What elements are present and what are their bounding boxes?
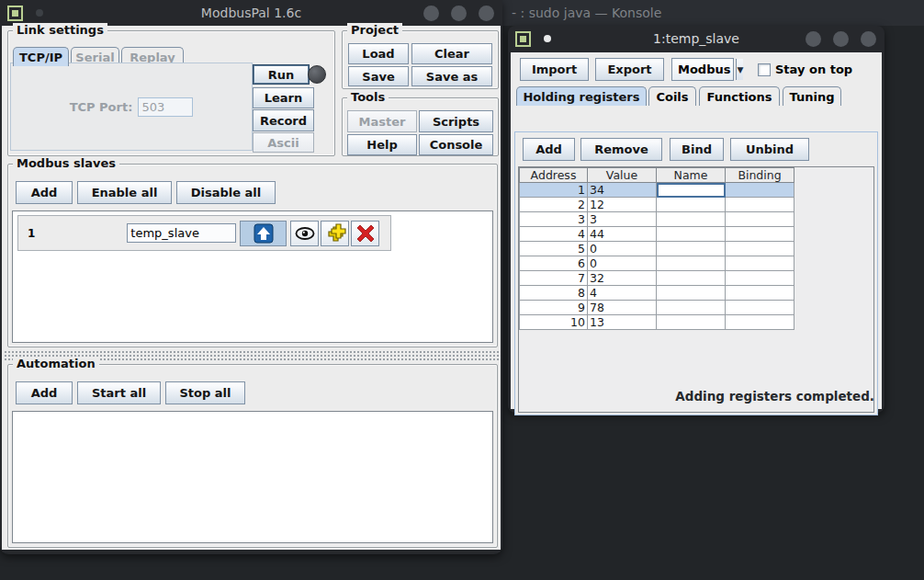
- export-button[interactable]: Export: [595, 58, 664, 81]
- binding-cell[interactable]: [726, 212, 794, 227]
- learn-button[interactable]: Learn: [253, 87, 314, 108]
- table-row[interactable]: 33: [519, 212, 794, 227]
- address-header[interactable]: Address: [519, 167, 588, 183]
- value-cell[interactable]: 3: [588, 212, 657, 227]
- table-row[interactable]: 212: [519, 198, 794, 212]
- stop-all-button[interactable]: Stop all: [165, 381, 245, 404]
- name-cell[interactable]: [657, 301, 726, 315]
- value-header[interactable]: Value: [588, 167, 657, 183]
- clear-button[interactable]: Clear: [411, 43, 492, 64]
- value-cell[interactable]: 13: [588, 315, 657, 330]
- register-bind-button[interactable]: Bind: [670, 138, 724, 161]
- name-cell[interactable]: [657, 271, 726, 286]
- name-cell[interactable]: [657, 315, 726, 330]
- value-cell[interactable]: 4: [588, 286, 657, 301]
- register-unbind-button[interactable]: Unbind: [730, 138, 809, 161]
- binding-cell[interactable]: [726, 301, 794, 315]
- titlebar-button-close[interactable]: [861, 31, 876, 47]
- register-add-button[interactable]: Add: [523, 138, 575, 161]
- address-cell[interactable]: 4: [519, 227, 588, 242]
- master-button[interactable]: Master: [347, 110, 417, 132]
- enable-all-button[interactable]: Enable all: [77, 181, 172, 204]
- import-button[interactable]: Import: [520, 58, 589, 81]
- help-button[interactable]: Help: [347, 134, 417, 155]
- value-cell[interactable]: 12: [588, 198, 657, 212]
- binding-cell[interactable]: [726, 198, 794, 212]
- binding-cell[interactable]: [726, 271, 794, 286]
- value-cell[interactable]: 78: [588, 301, 657, 315]
- titlebar-button-close[interactable]: [479, 6, 494, 21]
- name-cell[interactable]: [657, 198, 726, 212]
- address-cell[interactable]: 1: [519, 183, 588, 198]
- disable-all-button[interactable]: Disable all: [176, 181, 276, 204]
- address-cell[interactable]: 5: [519, 242, 588, 256]
- load-button[interactable]: Load: [348, 43, 409, 64]
- address-cell[interactable]: 6: [519, 256, 588, 271]
- slave-row[interactable]: 1: [17, 215, 391, 251]
- titlebar-button-maximize[interactable]: [451, 6, 467, 21]
- binding-cell[interactable]: [726, 256, 794, 271]
- table-row[interactable]: 732: [519, 271, 794, 286]
- titlebar-button-minimize[interactable]: [806, 31, 821, 47]
- name-cell[interactable]: [657, 183, 726, 198]
- ascii-button[interactable]: Ascii: [253, 132, 314, 153]
- binding-cell[interactable]: [726, 183, 794, 198]
- address-cell[interactable]: 10: [519, 315, 588, 330]
- tab-functions[interactable]: Functions: [699, 86, 780, 106]
- name-cell[interactable]: [657, 256, 726, 271]
- binding-cell[interactable]: [726, 227, 794, 242]
- run-button[interactable]: Run: [253, 64, 310, 85]
- record-button[interactable]: Record: [253, 109, 314, 131]
- address-cell[interactable]: 9: [519, 301, 588, 315]
- register-remove-button[interactable]: Remove: [580, 138, 662, 161]
- value-cell[interactable]: 44: [588, 227, 657, 242]
- save-as-button[interactable]: Save as: [411, 66, 492, 86]
- address-cell[interactable]: 8: [519, 286, 588, 301]
- save-button[interactable]: Save: [348, 66, 409, 86]
- binding-cell[interactable]: [726, 242, 794, 256]
- start-all-button[interactable]: Start all: [77, 381, 161, 404]
- slave-duplicate-button[interactable]: [321, 221, 349, 246]
- name-cell[interactable]: [657, 286, 726, 301]
- value-cell[interactable]: 32: [588, 271, 657, 286]
- address-cell[interactable]: 7: [519, 271, 588, 286]
- slave-titlebar[interactable]: 1:temp_slave: [508, 26, 885, 51]
- console-button[interactable]: Console: [419, 134, 493, 155]
- name-cell[interactable]: [657, 212, 726, 227]
- tab-holding-registers[interactable]: Holding registers: [516, 86, 647, 106]
- slave-enable-toggle[interactable]: [240, 221, 287, 246]
- table-row[interactable]: 60: [519, 256, 794, 271]
- automation-add-button[interactable]: Add: [16, 381, 73, 404]
- table-row[interactable]: 134: [519, 183, 794, 198]
- table-row[interactable]: 1013: [519, 315, 794, 330]
- titlebar-button-maximize[interactable]: [833, 31, 849, 47]
- table-row[interactable]: 50: [519, 242, 794, 256]
- slave-view-button[interactable]: [290, 221, 319, 246]
- value-cell[interactable]: 0: [588, 256, 657, 271]
- tab-tcpip[interactable]: TCP/IP: [13, 47, 69, 66]
- modbuspal-titlebar[interactable]: ModbusPal 1.6c: [0, 0, 502, 26]
- table-row[interactable]: 978: [519, 301, 794, 315]
- binding-cell[interactable]: [726, 286, 794, 301]
- slave-delete-button[interactable]: [351, 221, 379, 246]
- mode-combobox[interactable]: Modbus ▼: [671, 58, 734, 81]
- table-row[interactable]: 84: [519, 286, 794, 301]
- slave-add-button[interactable]: Add: [16, 181, 73, 204]
- value-cell[interactable]: 0: [588, 242, 657, 256]
- address-cell[interactable]: 2: [519, 198, 588, 212]
- stay-on-top-checkbox[interactable]: [758, 63, 771, 76]
- konsole-titlebar[interactable]: - : sudo java — Konsole: [502, 0, 924, 26]
- name-cell[interactable]: [657, 242, 726, 256]
- name-header[interactable]: Name: [657, 167, 726, 183]
- tab-tuning[interactable]: Tuning: [783, 86, 841, 106]
- slave-name-input[interactable]: [127, 223, 236, 243]
- address-cell[interactable]: 3: [519, 212, 588, 227]
- scripts-button[interactable]: Scripts: [419, 110, 493, 132]
- binding-cell[interactable]: [726, 315, 794, 330]
- table-row[interactable]: 444: [519, 227, 794, 242]
- binding-header[interactable]: Binding: [726, 167, 794, 183]
- tab-coils[interactable]: Coils: [648, 86, 696, 106]
- titlebar-button-minimize[interactable]: [423, 6, 439, 21]
- value-cell[interactable]: 34: [588, 183, 657, 198]
- name-cell[interactable]: [657, 227, 726, 242]
